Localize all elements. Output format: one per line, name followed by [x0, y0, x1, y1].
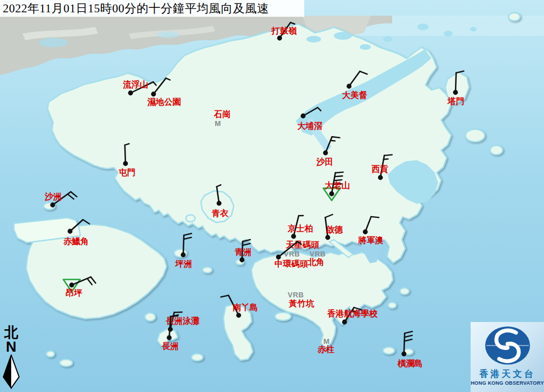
wind-barb-icon [370, 320, 438, 388]
station-label: 石崗 [214, 109, 231, 120]
station-label: 濕地公園 [147, 97, 181, 108]
station-label: 香港航海學校 [327, 309, 378, 319]
station-label: 昂坪 [66, 288, 82, 298]
wind-barb-icon [205, 282, 272, 349]
wind-barb-icon [38, 251, 105, 319]
wind-barb-icon [150, 221, 217, 288]
station-label: 打鼓嶺 [272, 26, 297, 36]
hko-logo: 香港天文台 HONG KONG OBSERVATORY [471, 322, 544, 392]
compass: 北 N [2, 325, 21, 389]
station-label: 南丫島 [233, 302, 258, 313]
station-label: 大老山 [325, 180, 350, 191]
missing-data-flag: M [323, 337, 329, 346]
station-layer: 打鼓嶺流浮山濕地公園石崗M大美督塔門大埔滘沙田西貢大老山屯門沙洲青衣赤鱲角坪洲京… [0, 0, 544, 392]
station-label: 青洲 [235, 247, 252, 258]
missing-data-flag: M [215, 119, 221, 128]
station-label: 赤鱲角 [64, 236, 89, 247]
station-label: 西貢 [371, 164, 388, 175]
wind-barb-icon [422, 59, 489, 126]
station-label: 塔門 [448, 96, 464, 107]
wind-barb-icon [246, 4, 313, 72]
station-label: 青衣 [212, 208, 229, 219]
north-arrow-icon [2, 354, 20, 389]
logo-chinese-name: 香港天文台 [471, 368, 544, 380]
compass-north-chinese: 北 [2, 325, 21, 340]
wind-barb-icon [332, 198, 399, 265]
station-label: 赤柱 [318, 344, 334, 355]
station-label: 中環碼頭 [275, 259, 308, 269]
station-label: 黃竹坑 [289, 298, 314, 309]
wind-map-page: 2022年11月01日15時00分的十分鐘平均風向及風速 打鼓嶺流浮山濕地公園石… [0, 0, 544, 392]
variable-wind-flag: VRB [288, 291, 304, 299]
wind-barb-icon [136, 304, 203, 371]
wind-barb-icon [92, 130, 159, 197]
station-label: 長洲 [162, 341, 179, 352]
station-label: 橫瀾島 [398, 358, 423, 369]
wind-barb-icon [120, 60, 187, 128]
station-label: 將軍澳 [359, 235, 384, 246]
logo-english-name: HONG KONG OBSERVATORY [471, 380, 544, 386]
station-label: 大美督 [342, 90, 368, 101]
station-label: 屯門 [119, 167, 136, 178]
compass-north-letter: N [2, 340, 21, 353]
station-label: 坪洲 [175, 259, 192, 269]
